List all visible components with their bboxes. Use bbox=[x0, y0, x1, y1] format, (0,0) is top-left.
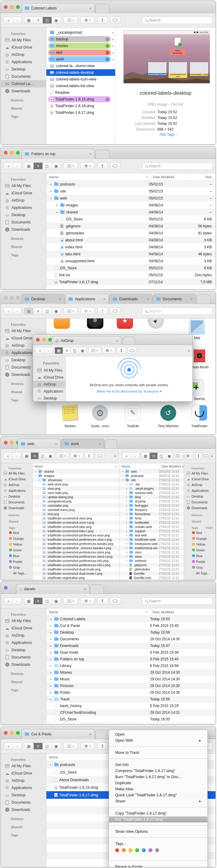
tag-color-dot[interactable] bbox=[142, 848, 146, 852]
arrange-menu-button[interactable]: ∨ bbox=[175, 453, 184, 459]
sidebar-item[interactable]: Devices bbox=[1, 97, 46, 103]
file-row[interactable]: Gemfile.lock27/01/15 12:31 bbox=[120, 576, 189, 580]
back-button[interactable]: ‹ bbox=[122, 453, 131, 459]
app-icon-partial-4[interactable] bbox=[148, 318, 164, 329]
file-row[interactable]: colored-labels-icon-view bbox=[46, 76, 115, 83]
file-row[interactable]: .gitmodules27/01/15 12:31 bbox=[120, 567, 189, 571]
sidebar-item[interactable]: Desktop bbox=[1, 792, 46, 799]
sidebar-item[interactable]: Favorites bbox=[33, 360, 66, 367]
file-row[interactable]: .gitignore04/08/1456 bytes bbox=[46, 222, 215, 229]
disclosure-triangle[interactable]: ▸ bbox=[49, 763, 53, 766]
file-row[interactable]: ▸Documents29 Oct 2014 14:30 bbox=[46, 636, 215, 643]
sidebar-item[interactable]: Devices bbox=[1, 236, 46, 241]
sidebar-item[interactable]: TagsHide bbox=[184, 526, 215, 530]
coverflow-view-button[interactable]: ▣ bbox=[46, 453, 54, 459]
tag-color-dot[interactable] bbox=[148, 848, 152, 852]
file-row[interactable]: ▸test-web27/01/15 12:31 bbox=[120, 533, 189, 537]
column-header-name[interactable]: Name∨ bbox=[35, 465, 119, 468]
disclosure-triangle[interactable]: ▸ bbox=[125, 551, 128, 554]
search-field[interactable]: Search bbox=[142, 162, 212, 170]
sidebar-item[interactable]: iCloud Drive bbox=[1, 624, 46, 632]
sidebar-item[interactable]: Yellow bbox=[184, 541, 215, 547]
sidebar-item[interactable]: AirDrop bbox=[184, 482, 215, 488]
file-row[interactable]: update-dialog.png bbox=[33, 495, 119, 499]
file-row[interactable]: totalfinder-screenshot-preferences-visor… bbox=[33, 537, 119, 541]
file-row[interactable]: ▾web05/02/15-- bbox=[46, 195, 215, 202]
file-row[interactable]: colored-labels-list-view bbox=[46, 83, 115, 89]
column-header-name[interactable]: Name∧ bbox=[49, 175, 150, 179]
tag-color-dot[interactable] bbox=[115, 848, 119, 852]
file-row[interactable]: colored-labels-desktop bbox=[46, 69, 115, 76]
sidebar-item[interactable]: Documents bbox=[1, 799, 46, 806]
close-window-button[interactable] bbox=[36, 338, 40, 342]
disclosure-triangle[interactable]: ▸ bbox=[49, 698, 53, 701]
close-tab-icon[interactable]: × bbox=[113, 339, 118, 343]
photo-booth-app-icon[interactable] bbox=[191, 348, 208, 364]
disclosure-triangle[interactable]: ▸ bbox=[125, 542, 128, 545]
action-menu-button[interactable]: ⚙∨ bbox=[185, 453, 194, 459]
sidebar-item[interactable]: All My Files bbox=[1, 327, 46, 335]
list-view-button[interactable]: ≡ bbox=[63, 347, 71, 354]
file-row[interactable]: ▾site27/01/15 12:31 bbox=[120, 478, 189, 482]
sidebar-item[interactable]: Desktop bbox=[33, 395, 66, 401]
file-row[interactable]: index.html04/08/143 KB bbox=[46, 244, 215, 250]
action-menu-button[interactable]: ⚙∨ bbox=[70, 453, 83, 459]
minimize-window-button[interactable] bbox=[10, 731, 14, 735]
disclosure-triangle[interactable]: ▸ bbox=[125, 526, 128, 528]
sidebar-item[interactable]: Desktop bbox=[1, 211, 46, 219]
file-row[interactable]: Readme bbox=[46, 89, 115, 96]
disclosure-triangle[interactable]: ▸ bbox=[125, 555, 128, 558]
file-row[interactable]: _uncategorized▸ bbox=[46, 29, 115, 36]
sidebar-item[interactable]: Documents bbox=[1, 219, 46, 226]
app-icon-partial-1[interactable] bbox=[53, 318, 70, 329]
search-field[interactable]: Search bbox=[142, 17, 212, 24]
file-row[interactable]: .gitignore27/01/15 12:31 bbox=[120, 563, 189, 567]
sidebar-item[interactable]: Devices bbox=[184, 513, 215, 517]
new-tab-button[interactable] bbox=[123, 337, 135, 345]
coverflow-view-button[interactable]: ▣ bbox=[51, 163, 61, 169]
context-menu-item[interactable]: Share▶ bbox=[109, 798, 207, 804]
tab-desktop[interactable]: Desktop× bbox=[22, 294, 65, 304]
disclosure-triangle[interactable]: ▸ bbox=[125, 496, 128, 498]
disclosure-triangle[interactable]: ▸ bbox=[125, 560, 128, 562]
arrange-menu-button[interactable]: ∨ bbox=[88, 347, 101, 354]
sidebar-item[interactable]: All Tags... bbox=[184, 570, 215, 576]
sidebar-item[interactable]: All My Files bbox=[184, 470, 215, 476]
context-menu-item[interactable]: Show View Options bbox=[109, 829, 207, 835]
file-row[interactable]: totalfinder-screenshot-tabs-t.png bbox=[33, 529, 119, 533]
column-view-button[interactable]: ◫ bbox=[157, 453, 165, 459]
sidebar-item[interactable]: Green bbox=[184, 547, 215, 553]
list-view-button[interactable]: ≡ bbox=[33, 163, 42, 169]
file-row[interactable]: ▸Movies29 Oct 2014 14:30 bbox=[46, 669, 215, 676]
file-row[interactable]: ▸Cut & Paste5 Feb 2015 15:45 bbox=[46, 622, 215, 629]
disclosure-triangle[interactable]: ▸ bbox=[49, 624, 53, 627]
context-menu-item[interactable] bbox=[109, 758, 207, 759]
sidebar-item[interactable]: Downloads bbox=[184, 505, 215, 511]
add-tags-link[interactable]: Add Tags... bbox=[159, 132, 178, 136]
sidebar-item[interactable]: AirDrop bbox=[1, 51, 46, 58]
disclosure-triangle[interactable]: ▸ bbox=[49, 664, 53, 667]
sidebar-item[interactable]: Applications bbox=[1, 58, 46, 66]
file-row[interactable]: .DS_Store05/02/156 KB bbox=[46, 216, 215, 222]
sidebar-item[interactable]: All My Files bbox=[1, 182, 46, 189]
action-menu-button[interactable]: ⚙∨ bbox=[80, 162, 95, 169]
close-tab-icon[interactable]: × bbox=[188, 297, 193, 302]
sidebar-item[interactable]: iCloud Drive bbox=[1, 44, 46, 51]
new-tab-button[interactable] bbox=[90, 584, 104, 594]
toolbar-overflow-button[interactable]: » bbox=[114, 454, 116, 458]
new-tab-button[interactable] bbox=[105, 439, 117, 449]
sidebar-item[interactable]: Downloads bbox=[1, 806, 46, 813]
toolbar-overflow-button[interactable]: » bbox=[211, 454, 213, 458]
sidebar-item[interactable]: Shared bbox=[1, 244, 46, 250]
file-row[interactable]: movies▸ bbox=[46, 42, 115, 49]
sidebar-item[interactable]: Orange bbox=[184, 535, 215, 541]
sidebar-item[interactable]: Tags bbox=[1, 114, 46, 119]
disclosure-triangle[interactable]: ▸ bbox=[55, 204, 59, 207]
list-view-button[interactable]: ≡ bbox=[33, 308, 42, 314]
sidebar-item[interactable]: Applications bbox=[1, 488, 32, 493]
coverflow-view-button[interactable]: ▣ bbox=[51, 17, 61, 23]
close-window-button[interactable] bbox=[4, 151, 8, 155]
tag-button[interactable] bbox=[110, 597, 120, 604]
toolbar-overflow-button[interactable]: » bbox=[188, 348, 190, 353]
file-row[interactable]: TotalFinder-1.6.17.dmg07/11/147,9 MB bbox=[46, 278, 215, 285]
